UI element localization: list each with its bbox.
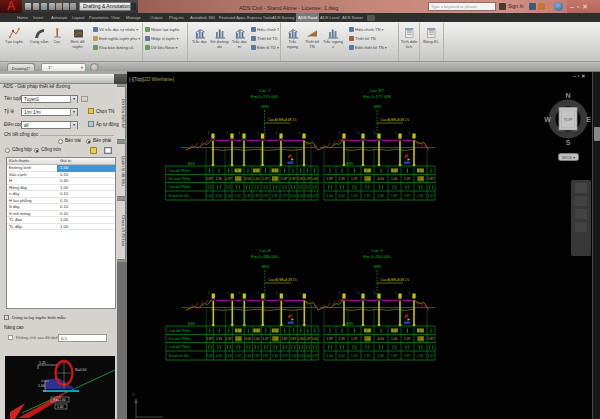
svg-text:1.87: 1.87 — [428, 337, 434, 341]
svg-text:1.37: 1.37 — [281, 354, 287, 358]
svg-text:1.00: 1.00 — [327, 354, 333, 358]
svg-text:1.37: 1.37 — [311, 354, 317, 358]
svg-text:1.00: 1.00 — [206, 354, 212, 358]
svg-text:1.00: 1.00 — [253, 337, 259, 341]
svg-text:MSS: MSS — [374, 105, 382, 109]
svg-text:1.87: 1.87 — [290, 337, 296, 341]
svg-text:8.52: 8.52 — [272, 329, 278, 333]
svg-text:1.37: 1.37 — [262, 177, 268, 181]
svg-text:1.87: 1.87 — [281, 337, 287, 341]
svg-text:Cao độ TK(m): Cao độ TK(m) — [169, 169, 190, 173]
svg-text:K/c mia TN(m): K/c mia TN(m) — [169, 177, 191, 181]
svg-text:4.50: 4.50 — [378, 177, 384, 181]
svg-text:1.00: 1.00 — [290, 354, 296, 358]
svg-text:1.87: 1.87 — [327, 337, 333, 341]
svg-text:1.35: 1.35 — [272, 337, 278, 341]
svg-text:MSS: MSS — [188, 162, 195, 166]
svg-text:1.35: 1.35 — [216, 177, 222, 181]
svg-text:1.35: 1.35 — [297, 337, 303, 341]
svg-text:1.37: 1.37 — [404, 337, 410, 341]
svg-text:1.35: 1.35 — [245, 194, 251, 198]
svg-text:Cọc KT: Cọc KT — [370, 88, 384, 93]
svg-text:1.87: 1.87 — [404, 354, 410, 358]
svg-text:1.35: 1.35 — [272, 177, 278, 181]
svg-text:1.37: 1.37 — [404, 177, 410, 181]
svg-text:1.00: 1.00 — [206, 194, 212, 198]
svg-text:Cọc 9: Cọc 9 — [372, 248, 384, 253]
svg-text:1.37: 1.37 — [225, 177, 231, 181]
svg-text:4.50: 4.50 — [378, 337, 384, 341]
svg-text:1.35: 1.35 — [417, 354, 423, 358]
svg-text:1.87: 1.87 — [206, 177, 212, 181]
svg-text:1.00: 1.00 — [304, 354, 310, 358]
svg-text:1.87: 1.87 — [262, 354, 268, 358]
svg-text:1.37: 1.37 — [351, 337, 357, 341]
svg-text:1.00: 1.00 — [351, 354, 357, 358]
svg-text:1.00: 1.00 — [225, 354, 231, 358]
svg-text:8.48: 8.48 — [364, 169, 370, 173]
svg-text:Cao độ TK(m): Cao độ TK(m) — [169, 329, 190, 333]
svg-text:1.00: 1.00 — [311, 337, 317, 341]
svg-text:1.87: 1.87 — [262, 194, 268, 198]
svg-text:1.00: 1.00 — [57, 405, 64, 409]
svg-text:1.87: 1.87 — [428, 177, 434, 181]
svg-text:8.48: 8.48 — [235, 329, 241, 333]
svg-text:1.87: 1.87 — [253, 194, 259, 198]
svg-text:Rđ=1.00: Rđ=1.00 — [53, 398, 66, 402]
svg-text:8.47: 8.47 — [254, 329, 260, 333]
svg-text:Cao độ MK=8.48 1:5: Cao độ MK=8.48 1:5 — [381, 278, 410, 282]
svg-text:R=0.50: R=0.50 — [75, 368, 86, 372]
svg-text:1.37: 1.37 — [428, 194, 434, 198]
svg-text:Km 0+180.000: Km 0+180.000 — [251, 254, 279, 259]
svg-text:MSS: MSS — [188, 322, 195, 326]
svg-text:4.50: 4.50 — [216, 354, 222, 358]
svg-text:1.00: 1.00 — [351, 194, 357, 198]
svg-text:4.50: 4.50 — [245, 177, 251, 181]
svg-text:Cao độ MK=8.48 1:5: Cao độ MK=8.48 1:5 — [268, 118, 297, 122]
svg-text:1.35: 1.35 — [417, 337, 423, 341]
svg-text:1.37: 1.37 — [235, 194, 241, 198]
svg-text:N: N — [565, 92, 570, 99]
svg-text:8.52: 8.52 — [417, 329, 423, 333]
svg-text:8.47: 8.47 — [253, 169, 259, 173]
svg-text:1.00: 1.00 — [364, 177, 370, 181]
svg-text:MSS: MSS — [262, 105, 270, 109]
svg-text:E: E — [586, 116, 591, 123]
svg-text:1.87: 1.87 — [281, 177, 287, 181]
svg-text:1.35: 1.35 — [378, 354, 384, 358]
svg-text:1.37: 1.37 — [311, 194, 317, 198]
svg-text:Cọc 8: Cọc 8 — [259, 248, 271, 253]
svg-text:1.35: 1.35 — [245, 354, 251, 358]
svg-text:1.00: 1.00 — [304, 194, 310, 198]
svg-text:4.50: 4.50 — [339, 194, 345, 198]
svg-text:8.47: 8.47 — [391, 169, 397, 173]
svg-text:1.00: 1.00 — [253, 177, 259, 181]
svg-text:Cọc 7: Cọc 7 — [259, 88, 271, 93]
svg-text:1.35: 1.35 — [378, 194, 384, 198]
svg-text:1.37: 1.37 — [262, 337, 268, 341]
svg-text:1.37: 1.37 — [235, 354, 241, 358]
svg-text:MSS: MSS — [262, 265, 270, 269]
svg-text:4.50: 4.50 — [297, 354, 303, 358]
svg-text:8.52: 8.52 — [272, 169, 278, 173]
svg-text:Y: Y — [132, 392, 135, 397]
svg-text:K/cách lẻ (m): K/cách lẻ (m) — [169, 354, 189, 358]
svg-text:K/c mia TN(m): K/c mia TN(m) — [169, 337, 191, 341]
svg-text:8.47: 8.47 — [391, 329, 397, 333]
svg-text:Km 0+177.008: Km 0+177.008 — [363, 94, 391, 99]
svg-text:Km 0+200.000: Km 0+200.000 — [363, 254, 391, 259]
svg-text:1.37: 1.37 — [364, 194, 370, 198]
svg-text:TOP: TOP — [564, 117, 573, 122]
svg-text:1.87: 1.87 — [253, 354, 259, 358]
svg-text:4.50: 4.50 — [297, 194, 303, 198]
svg-text:MSS: MSS — [346, 162, 353, 166]
svg-text:1.37: 1.37 — [304, 337, 310, 341]
svg-text:8.48: 8.48 — [235, 169, 241, 173]
svg-text:1.00: 1.00 — [235, 177, 241, 181]
svg-text:1.25: 1.25 — [39, 361, 46, 365]
svg-text:1.37: 1.37 — [351, 177, 357, 181]
svg-text:1.37: 1.37 — [225, 337, 231, 341]
svg-text:4.50: 4.50 — [339, 354, 345, 358]
svg-text:1.35: 1.35 — [339, 337, 345, 341]
svg-text:1.00: 1.00 — [235, 337, 241, 341]
